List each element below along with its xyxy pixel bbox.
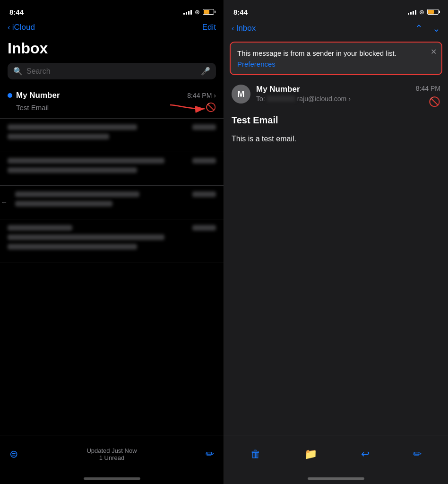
status-icons-left: ⊛ — [183, 9, 214, 16]
email-subject-1: Test Email 🚫 — [16, 102, 216, 112]
battery-icon-right — [427, 9, 439, 15]
delete-button[interactable]: 🗑 — [250, 448, 261, 460]
detail-email-subject: Test Email — [224, 113, 448, 131]
detail-blocked-icon: 🚫 — [429, 96, 440, 107]
blurred-item-4[interactable]: ← — [0, 186, 224, 219]
compose-button-right[interactable]: ✏ — [413, 448, 422, 460]
to-label: To: — [256, 95, 265, 103]
update-status: Updated Just Now 1 Unread — [86, 447, 137, 461]
bottom-toolbar-right: 🗑 📁 ↩ ✏ — [224, 435, 448, 473]
status-icons-right: ⊛ — [408, 9, 439, 16]
home-indicator-left — [0, 473, 224, 484]
reply-button[interactable]: ↩ — [361, 448, 370, 460]
email-list: My Number 8:44 PM › Test Email 🚫 — [0, 85, 224, 435]
email-meta: My Number To: raju@icloud.com › — [256, 85, 410, 103]
chevron-left-icon-right: ‹ — [232, 24, 234, 33]
filter-icon[interactable]: ⊜ — [9, 448, 18, 460]
wifi-icon-right: ⊛ — [419, 9, 424, 16]
sender-avatar: M — [232, 85, 250, 104]
nav-bar-left: ‹ iCloud Edit — [0, 21, 224, 36]
inbox-title: Inbox — [0, 36, 224, 63]
bottom-bar-left: ⊜ Updated Just Now 1 Unread ✏ — [0, 435, 224, 473]
email-content: This is a test email. — [224, 131, 448, 435]
detail-email-time: 8:44 PM — [416, 85, 440, 92]
right-panel: 8:44 ⊛ ‹ Inbox ⌃ ⌄ This message is from … — [224, 0, 448, 484]
blurred-item-3[interactable] — [0, 152, 224, 186]
left-panel: 8:44 ⊛ ‹ iCloud Edit Inbox 🔍 Search 🎤 — [0, 0, 224, 484]
microphone-icon[interactable]: 🎤 — [201, 67, 210, 76]
nav-arrows: ⌃ ⌄ — [415, 23, 440, 34]
close-banner-button[interactable]: ✕ — [431, 47, 437, 56]
updated-text: Updated Just Now — [86, 447, 137, 454]
left-arrow-icon: ← — [1, 199, 8, 206]
blurred-item-2[interactable] — [0, 119, 224, 152]
detail-sender-name: My Number — [256, 85, 410, 94]
home-indicator-right — [224, 473, 448, 484]
time-right: 8:44 — [233, 8, 248, 16]
nav-bar-right: ‹ Inbox ⌃ ⌄ — [224, 21, 448, 38]
blurred-item-5[interactable] — [0, 219, 224, 262]
search-bar[interactable]: 🔍 Search 🎤 — [8, 63, 216, 79]
email-detail-header: M My Number To: raju@icloud.com › 8:44 P… — [224, 79, 448, 113]
to-addr-visible: raju@icloud.com — [297, 95, 346, 103]
chevron-right-icon: › — [214, 92, 216, 99]
blocked-icon-1: 🚫 — [206, 102, 216, 112]
search-input[interactable]: Search — [26, 67, 197, 76]
email-to-line[interactable]: To: raju@icloud.com › — [256, 95, 410, 103]
status-bar-left: 8:44 ⊛ — [0, 0, 224, 21]
search-icon: 🔍 — [13, 67, 23, 76]
edit-button[interactable]: Edit — [202, 23, 216, 32]
wifi-icon: ⊛ — [195, 9, 200, 16]
icloud-back-button[interactable]: ‹ iCloud — [8, 23, 35, 32]
unread-dot — [8, 93, 12, 98]
battery-icon — [203, 9, 214, 15]
email-sender-1: My Number — [8, 91, 60, 100]
signal-icon — [183, 9, 192, 15]
unread-count: 1 Unread — [86, 454, 137, 461]
to-addr-blurred — [267, 96, 295, 102]
email-time-1: 8:44 PM › — [187, 92, 216, 99]
status-bar-right: 8:44 ⊛ — [224, 0, 448, 21]
email-body: This is a test email. — [224, 131, 448, 147]
blocked-banner: This message is from a sender in your bl… — [230, 42, 442, 75]
inbox-back-button[interactable]: ‹ Inbox — [232, 24, 256, 33]
prev-email-button[interactable]: ⌃ — [415, 23, 423, 34]
chevron-left-icon: ‹ — [8, 23, 10, 32]
signal-icon-right — [408, 9, 416, 15]
compose-icon-left[interactable]: ✏ — [206, 448, 214, 460]
move-button[interactable]: 📁 — [304, 448, 317, 460]
time-left: 8:44 — [9, 8, 24, 16]
next-email-button[interactable]: ⌄ — [432, 23, 440, 34]
to-chevron-icon: › — [348, 95, 351, 103]
preferences-link[interactable]: Preferences — [237, 60, 276, 68]
blocked-message: This message is from a sender in your bl… — [237, 48, 424, 58]
email-item-1[interactable]: My Number 8:44 PM › Test Email 🚫 — [0, 85, 224, 119]
